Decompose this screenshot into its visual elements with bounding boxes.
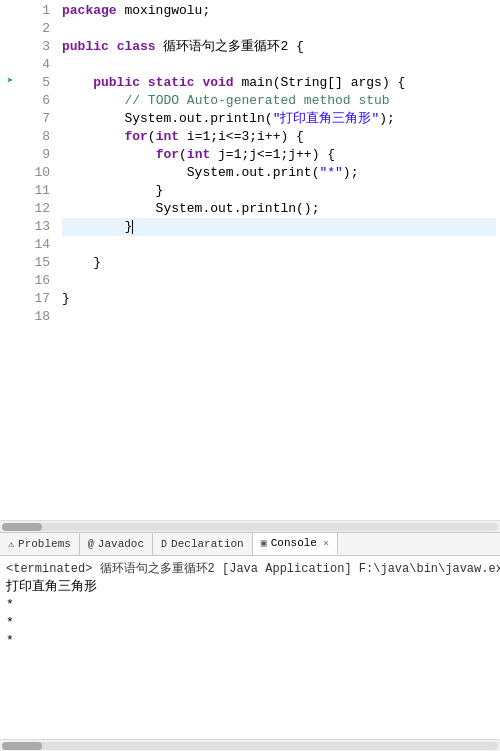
code-line-5: public static void main(String[] args) { [62,74,496,92]
gutter-line-6 [0,90,20,108]
console-line-0: <terminated> 循环语句之多重循环2 [Java Applicatio… [6,560,494,578]
token: ( [179,147,187,162]
code-line-18 [62,308,496,326]
token: out [210,201,233,216]
scrollbar-thumb[interactable] [2,523,42,531]
code-line-8: for(int i=1;i<=3;i++) { [62,128,496,146]
editor-area: ➤ 123456789101112131415161718 package mo… [0,0,500,520]
token: out [179,111,202,126]
code-line-4 [62,56,496,74]
gutter-line-12 [0,198,20,216]
gutter-line-13 [0,216,20,234]
token: i=1;i<=3;i++) { [179,129,304,144]
token: public [93,75,140,90]
token: void [202,75,233,90]
bottom-scrollbar[interactable] [0,739,500,751]
code-content[interactable]: package moxingwolu; public class 循环语句之多重… [58,0,500,520]
token: for [124,129,147,144]
code-line-16 [62,272,496,290]
token: ); [343,165,359,180]
tab-javadoc[interactable]: @Javadoc [80,533,153,555]
console-tab-label: Console [271,537,317,549]
scrollbar-track[interactable] [2,523,498,531]
token: } [62,291,70,306]
line-number-16: 16 [20,272,50,290]
code-line-6: // TODO Auto-generated method stub [62,92,496,110]
token [109,39,117,54]
line-number-1: 1 [20,2,50,20]
problems-tab-icon: ⚠ [8,538,14,550]
code-line-14 [62,236,496,254]
declaration-tab-label: Declaration [171,538,244,550]
gutter-line-4 [0,54,20,72]
console-tab-close[interactable]: ✕ [323,537,329,549]
declaration-tab-icon: D [161,539,167,550]
token: // TODO Auto-generated method stub [124,93,389,108]
token: System. [62,165,241,180]
line-number-7: 7 [20,110,50,128]
token: j=1;j<=1;j++) { [210,147,335,162]
gutter-line-7 [0,108,20,126]
line-number-15: 15 [20,254,50,272]
token [62,129,124,144]
token: } [62,255,101,270]
gutter-line-16 [0,270,20,288]
token: ( [148,129,156,144]
code-line-15: } [62,254,496,272]
problems-tab-label: Problems [18,538,71,550]
gutter-line-15 [0,252,20,270]
gutter-line-1 [0,0,20,18]
code-line-7: System.out.println("打印直角三角形"); [62,110,496,128]
token: int [187,147,210,162]
line-number-17: 17 [20,290,50,308]
line-number-18: 18 [20,308,50,326]
gutter-line-9 [0,144,20,162]
bottom-scrollbar-track[interactable] [2,742,498,750]
line-number-4: 4 [20,56,50,74]
gutter: ➤ [0,0,20,520]
gutter-line-17 [0,288,20,306]
bottom-scrollbar-thumb[interactable] [2,742,42,750]
console-line-2: * [6,596,494,614]
javadoc-tab-icon: @ [88,539,94,550]
token: 循环语句之多重循环2 { [156,39,304,54]
console-tab-icon: ▣ [261,537,267,549]
line-number-12: 12 [20,200,50,218]
line-number-3: 3 [20,38,50,56]
editor-scrollbar[interactable] [0,520,500,532]
gutter-line-18 [0,306,20,324]
gutter-line-5: ➤ [0,72,20,90]
code-line-10: System.out.print("*"); [62,164,496,182]
token [62,147,156,162]
token: .println(); [234,201,320,216]
javadoc-tab-label: Javadoc [98,538,144,550]
code-line-17: } [62,290,496,308]
tab-bar: ⚠Problems@JavadocDDeclaration▣Console✕ [0,532,500,556]
token: ); [379,111,395,126]
code-line-1: package moxingwolu; [62,2,496,20]
token: package [62,3,117,18]
token: "打印直角三角形" [273,111,380,126]
tab-problems[interactable]: ⚠Problems [0,533,80,555]
tab-console[interactable]: ▣Console✕ [253,533,338,555]
line-number-11: 11 [20,182,50,200]
line-numbers: 123456789101112131415161718 [20,0,58,520]
line-number-9: 9 [20,146,50,164]
line-number-13: 13 [20,218,50,236]
code-line-13: } [62,218,496,236]
console-line-3: * [6,614,494,632]
token: "*" [319,165,342,180]
code-line-2 [62,20,496,38]
tab-declaration[interactable]: DDeclaration [153,533,253,555]
token: .println( [202,111,272,126]
token [62,75,93,90]
gutter-line-2 [0,18,20,36]
token: System. [62,111,179,126]
token: public [62,39,109,54]
token: } [62,183,163,198]
line-number-10: 10 [20,164,50,182]
token: for [156,147,179,162]
token: main(String[] args) { [234,75,406,90]
console-area[interactable]: <terminated> 循环语句之多重循环2 [Java Applicatio… [0,556,500,739]
line-number-2: 2 [20,20,50,38]
